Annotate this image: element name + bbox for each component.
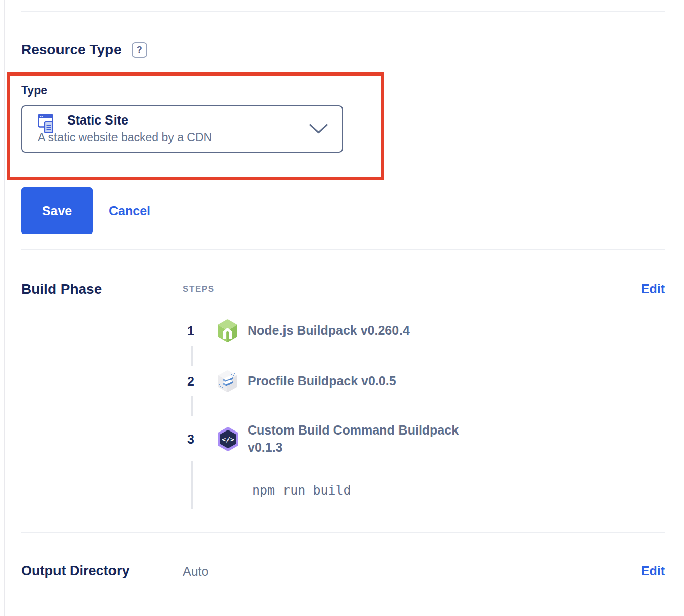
step-number: 2 bbox=[183, 374, 216, 389]
output-directory-section: Output Directory Auto Edit bbox=[21, 533, 665, 579]
steps-list: 1 Node.js Buildpack v0.260.4 2 bbox=[183, 319, 641, 512]
build-phase-edit-button[interactable]: Edit bbox=[641, 281, 665, 512]
svg-text:</>: </> bbox=[222, 436, 234, 443]
form-actions: Save Cancel bbox=[21, 187, 665, 234]
build-step-3: 3 </> Custom Build Command Buildpack v0.… bbox=[183, 419, 641, 459]
steps-column-header: STEPS bbox=[183, 281, 641, 294]
dropdown-selected-option: Static Site A static website backed by a… bbox=[22, 106, 342, 144]
resource-type-header: Resource Type ? bbox=[21, 41, 665, 58]
step-connector-line bbox=[191, 396, 193, 416]
build-phase-section: Build Phase STEPS 1 Node.js Buildpack v0… bbox=[21, 250, 665, 532]
resource-type-heading: Resource Type bbox=[21, 41, 122, 58]
nodejs-buildpack-icon bbox=[216, 319, 248, 343]
step-label: Node.js Buildpack v0.260.4 bbox=[248, 322, 410, 339]
page-left-rule bbox=[4, 0, 5, 616]
annotation-highlight-box: Type Static Site A st bbox=[7, 72, 384, 180]
help-icon[interactable]: ? bbox=[132, 42, 147, 58]
build-step-1: 1 Node.js Buildpack v0.260.4 bbox=[183, 319, 641, 343]
build-command-block: npm run build bbox=[183, 461, 641, 512]
type-field-label: Type bbox=[21, 84, 381, 97]
step-label: Custom Build Command Buildpack v0.1.3 bbox=[248, 422, 485, 456]
static-site-icon bbox=[38, 114, 57, 138]
save-button[interactable]: Save bbox=[21, 187, 93, 234]
build-step-2: 2 bbox=[183, 369, 641, 393]
output-directory-heading: Output Directory bbox=[21, 563, 183, 579]
question-mark-glyph: ? bbox=[137, 45, 142, 55]
step-connector-line bbox=[191, 346, 193, 366]
output-directory-edit-button[interactable]: Edit bbox=[641, 563, 665, 579]
build-phase-heading: Build Phase bbox=[21, 281, 183, 512]
step-number: 3 bbox=[183, 432, 216, 447]
settings-panel: Resource Type ? Type bbox=[21, 11, 665, 616]
step-number: 1 bbox=[183, 324, 216, 338]
build-command-text: npm run build bbox=[252, 483, 351, 498]
step-label: Procfile Buildpack v0.0.5 bbox=[248, 373, 396, 390]
output-directory-value: Auto bbox=[183, 563, 641, 579]
cancel-button[interactable]: Cancel bbox=[109, 204, 150, 218]
chevron-down-icon bbox=[309, 124, 328, 135]
step-connector-line bbox=[191, 461, 193, 509]
procfile-buildpack-icon bbox=[216, 369, 248, 393]
resource-type-select[interactable]: Static Site A static website backed by a… bbox=[21, 105, 343, 153]
selected-option-title: Static Site bbox=[67, 112, 342, 128]
build-phase-steps-column: STEPS 1 Node.js Buildpack v0.260.4 bbox=[183, 281, 641, 512]
custom-build-command-buildpack-icon: </> bbox=[216, 426, 248, 452]
selected-option-description: A static website backed by a CDN bbox=[38, 131, 342, 144]
section-divider bbox=[21, 11, 665, 12]
